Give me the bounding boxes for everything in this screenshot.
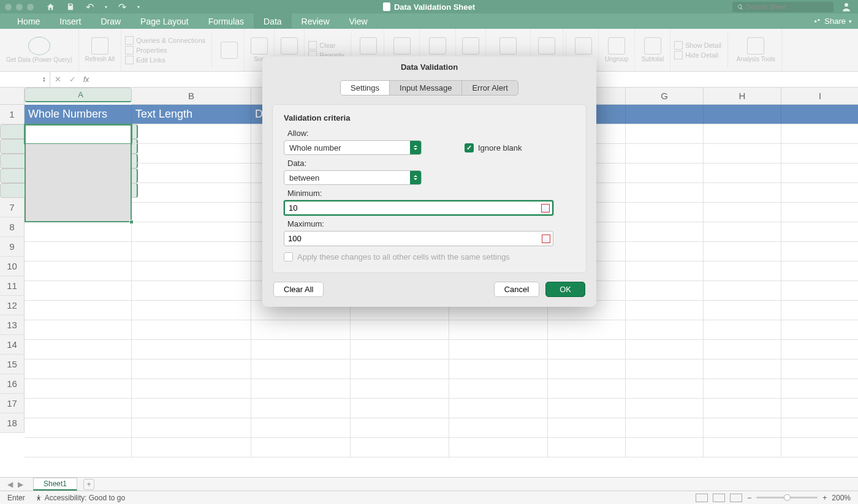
ignore-blank-label: Ignore blank [478,143,522,152]
status-mode: Enter [7,494,25,502]
svg-point-2 [38,495,39,496]
zoom-out-button[interactable]: − [747,494,751,502]
zoom-level[interactable]: 200% [832,494,851,502]
minimum-input[interactable] [284,200,553,216]
validation-criteria-label: Validation criteria [284,113,575,122]
sheet-tab-bar: ◀ ▶ Sheet1 + [0,477,858,491]
dialog-title: Data Validation [262,56,596,80]
dialog-tab-input-message[interactable]: Input Message [390,81,462,95]
checkbox-unchecked-icon [284,252,293,261]
data-validation-dialog: Data Validation Settings Input Message E… [262,56,596,307]
status-bar: Enter Accessibility: Good to go − + 200% [0,491,858,504]
dialog-body: Validation criteria Allow: Whole number … [272,104,587,273]
sheet-nav-left-icon[interactable]: ◀ [5,480,15,489]
dialog-footer: Clear All Cancel OK [262,273,596,307]
sheet-nav-right-icon[interactable]: ▶ [15,480,26,489]
page-layout-view-icon[interactable] [713,494,725,502]
dialog-tabs: Settings Input Message Error Alert [262,80,596,96]
accessibility-status[interactable]: Accessibility: Good to go [35,494,125,502]
data-select[interactable]: between [284,170,422,185]
range-select-icon[interactable] [542,235,550,243]
dialog-tab-error-alert[interactable]: Error Alert [462,81,518,95]
cancel-button[interactable]: Cancel [494,282,539,297]
ignore-blank-checkbox[interactable]: ✓ Ignore blank [465,143,522,152]
maximum-field[interactable] [288,234,549,243]
select-arrows-icon [410,141,421,154]
maximum-label: Maximum: [284,219,575,228]
zoom-slider[interactable] [756,497,818,498]
allow-select[interactable]: Whole number [284,140,422,155]
allow-label: Allow: [284,129,575,138]
accessibility-icon [35,494,42,502]
data-label: Data: [284,159,575,168]
data-value: between [289,173,319,182]
ok-button[interactable]: OK [545,282,585,297]
page-break-view-icon[interactable] [730,494,742,502]
normal-view-icon[interactable] [696,494,708,502]
minimum-label: Minimum: [284,189,575,198]
clear-all-button[interactable]: Clear All [273,282,324,297]
checkbox-checked-icon: ✓ [465,143,474,152]
apply-all-label: Apply these changes to all other cells w… [297,252,510,261]
sheet-tab[interactable]: Sheet1 [33,478,77,491]
zoom-in-button[interactable]: + [822,494,827,502]
zoom-thumb[interactable] [784,494,791,501]
apply-all-checkbox: Apply these changes to all other cells w… [284,252,575,261]
select-arrows-icon [410,171,421,184]
allow-value: Whole number [289,143,341,152]
add-sheet-button[interactable]: + [83,479,94,490]
minimum-field[interactable] [289,203,549,213]
maximum-input[interactable] [284,231,553,246]
dialog-tab-settings[interactable]: Settings [341,81,390,95]
range-select-icon[interactable] [541,204,550,213]
